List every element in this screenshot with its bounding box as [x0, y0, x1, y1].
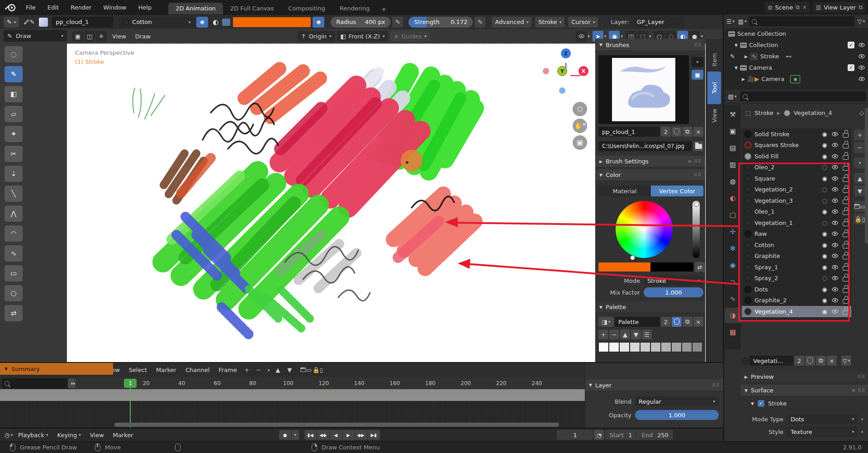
- pin-icon[interactable]: ◇: [859, 110, 864, 116]
- color-wheel[interactable]: [616, 201, 673, 258]
- playback-menu[interactable]: Playback▾: [14, 432, 53, 439]
- palette-selector-dropdown[interactable]: ◨▾: [598, 317, 614, 327]
- palette-swatch[interactable]: [682, 342, 692, 352]
- outliner-row-camera-collection[interactable]: ▼ Camera ✓: [724, 62, 868, 73]
- presets-icon[interactable]: ≡: [852, 388, 856, 393]
- vertex-color-mode-tab[interactable]: Vertex Color: [651, 186, 703, 196]
- unlock-icon[interactable]: [843, 155, 849, 160]
- brush-name-field[interactable]: pp_cloud_1: [598, 127, 660, 137]
- pan-hand-button[interactable]: ✋*: [573, 119, 587, 133]
- grip-icon[interactable]: ⠿⠿: [694, 172, 702, 177]
- menu-file[interactable]: File: [20, 0, 42, 14]
- brush-preview-box[interactable]: [598, 55, 689, 124]
- material-slot-row[interactable]: Dots: [742, 284, 851, 295]
- mix-factor-slider[interactable]: 1.000: [644, 287, 703, 297]
- palette-panel-header[interactable]: ▼Palette: [596, 301, 705, 313]
- palette-swatch[interactable]: [609, 342, 619, 352]
- stroke-toggle-icon[interactable]: [821, 208, 828, 215]
- color-panel-header[interactable]: ▼Color⠿⠿: [596, 169, 705, 181]
- remove-keyframe-button[interactable]: −: [253, 365, 264, 376]
- gizmo-minus-z-axis[interactable]: [559, 87, 565, 94]
- outliner-row-camera-object[interactable]: ▶ 🎥▶ Camera ▣: [724, 73, 868, 85]
- unlock-icon[interactable]: [843, 233, 849, 237]
- stroke-dropdown[interactable]: Stroke▾: [535, 17, 564, 28]
- palette-sort-button[interactable]: ☰: [642, 329, 652, 339]
- presets-icon[interactable]: ≡: [688, 159, 692, 164]
- channel-search-input[interactable]: [2, 378, 67, 388]
- eye-icon[interactable]: [831, 143, 840, 148]
- copy-icon[interactable]: ⧉: [796, 4, 800, 10]
- eye-icon[interactable]: [831, 154, 840, 159]
- unlock-icon[interactable]: [843, 210, 849, 215]
- breadcrumb-object[interactable]: Stroke: [754, 110, 773, 116]
- stroke-toggle-icon[interactable]: [821, 153, 828, 160]
- keying-set-dropdown[interactable]: ▾: [292, 430, 299, 440]
- animate-dot-icon[interactable]: •: [860, 429, 864, 435]
- brush-image-icon[interactable]: ▣: [692, 70, 703, 80]
- stroke-toggle-icon[interactable]: [821, 142, 828, 148]
- secondary-color[interactable]: [650, 262, 693, 272]
- eye-icon[interactable]: [831, 187, 840, 192]
- eye-icon[interactable]: [831, 309, 840, 314]
- material-dropdown[interactable]: Cotton▾: [119, 17, 194, 28]
- duplicate-brush-icon[interactable]: ⧉: [683, 127, 693, 137]
- material-slot-row[interactable]: Solid Stroke: [742, 129, 851, 140]
- stroke-toggle-icon[interactable]: [821, 197, 828, 204]
- gizmo-visibility-eye-icon[interactable]: [576, 31, 587, 42]
- palette-name-field[interactable]: Palette: [615, 317, 660, 327]
- blend-dropdown[interactable]: Regular▾: [635, 396, 719, 406]
- blender-logo-icon[interactable]: [5, 3, 16, 11]
- duplicate-palette-icon[interactable]: ⧉: [683, 317, 693, 327]
- properties-tab[interactable]: ⚒: [725, 107, 741, 122]
- eye-icon[interactable]: [831, 276, 840, 281]
- gizmo-x-axis[interactable]: X: [579, 66, 588, 76]
- eye-icon[interactable]: [831, 298, 840, 303]
- properties-tab[interactable]: ∿: [725, 291, 741, 306]
- tool-button[interactable]: ⇣: [5, 166, 23, 182]
- tab-2d-full-canvas[interactable]: 2D Full Canvas: [223, 3, 281, 14]
- tab-compositing[interactable]: Compositing: [281, 3, 332, 14]
- properties-tab[interactable]: ◑: [725, 308, 741, 323]
- expand-arrow-icon[interactable]: ▶: [742, 77, 745, 81]
- tool-button[interactable]: ⇄: [5, 305, 23, 321]
- palette-swatch[interactable]: [692, 342, 702, 352]
- grip-icon[interactable]: ⠿⠿: [694, 43, 702, 48]
- properties-tab[interactable]: ▣: [725, 124, 741, 139]
- editor-type-dropdown[interactable]: ☰▾: [726, 16, 735, 26]
- stroke-toggle-icon[interactable]: [821, 275, 828, 281]
- properties-search-input[interactable]: [740, 91, 866, 101]
- open-file-browser-button[interactable]: [693, 141, 703, 151]
- view-layer-selector[interactable]: ▥ View Layer ⧉: [813, 2, 865, 13]
- tool-button[interactable]: ◌: [5, 46, 23, 62]
- eye-icon[interactable]: [831, 132, 840, 137]
- palette-add-button[interactable]: +: [598, 329, 608, 339]
- jump-to-start-button[interactable]: ▮◀: [304, 430, 317, 440]
- expand-arrow-icon[interactable]: ▼: [735, 66, 738, 70]
- tool-button[interactable]: ◠: [5, 225, 23, 242]
- auto-keying-record-icon[interactable]: ●: [279, 430, 291, 440]
- material-mode-tab[interactable]: Material: [598, 186, 651, 196]
- menu-render[interactable]: Render: [65, 0, 97, 14]
- palette-remove-button[interactable]: −: [609, 329, 619, 339]
- stroke-toggle-icon[interactable]: [821, 186, 828, 193]
- palette-fake-user-shield-icon[interactable]: [672, 317, 682, 327]
- outliner-row-collection[interactable]: ▼ Collection ✓: [724, 39, 868, 51]
- properties-tab[interactable]: ◍: [725, 174, 741, 189]
- unlock-icon[interactable]: [843, 255, 849, 259]
- ds-menu-select[interactable]: Select: [124, 367, 152, 373]
- palette-swatch[interactable]: [598, 342, 609, 352]
- collection-checkbox[interactable]: ✓: [848, 64, 854, 71]
- radius-slider[interactable]: Radius400 px: [331, 17, 390, 28]
- material-slot-row[interactable]: Raw: [742, 229, 851, 240]
- material-slot-row[interactable]: Vegetation_2: [742, 184, 851, 196]
- stroke-section-arrow[interactable]: ▼: [751, 401, 754, 406]
- surface-panel-header[interactable]: ▼Surface ≡ ⠿⠿: [741, 385, 868, 396]
- opacity-slider[interactable]: 1.000: [635, 410, 719, 420]
- material-slot-row[interactable]: Squares Stroke: [742, 140, 851, 151]
- tool-button[interactable]: ✦: [5, 126, 23, 142]
- tool-button[interactable]: ⋀: [5, 205, 23, 222]
- duplicate-material-icon[interactable]: ⧉: [816, 356, 826, 366]
- tab-2d-animation[interactable]: 2D Animation: [168, 3, 223, 14]
- layer-dropdown[interactable]: GP_Layer: [633, 17, 684, 28]
- unlock-icon[interactable]: [843, 244, 849, 248]
